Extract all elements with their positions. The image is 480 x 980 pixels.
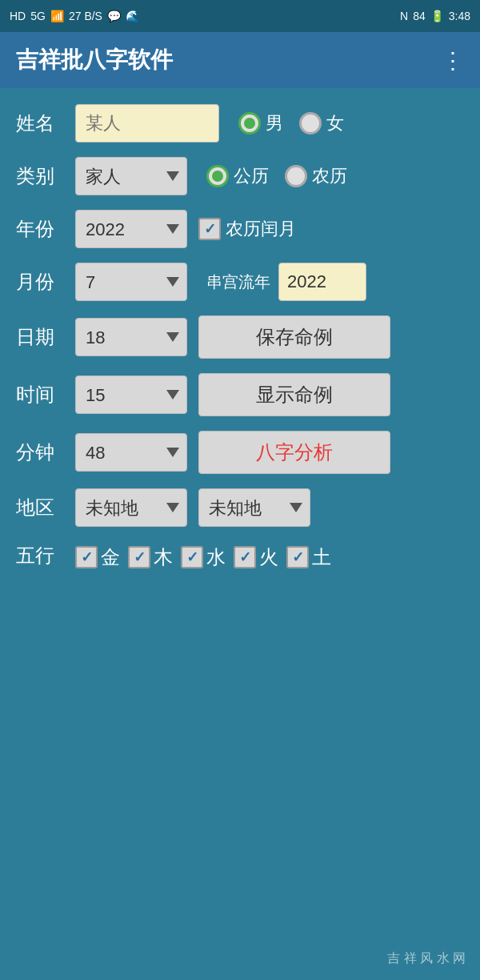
show-button[interactable]: 显示命例 [198,373,390,416]
category-row: 类别 家人 公历 农历 [16,157,464,195]
calendar-public-option[interactable]: 公历 [206,164,269,188]
wuxing-label: 五行 [16,543,64,568]
minute-select-wrapper: 48 [75,433,187,472]
serial-year-input[interactable] [278,263,366,301]
gender-male-dot [244,118,255,129]
wuxing-shui-check-icon: ✓ [186,548,198,566]
category-label: 类别 [16,163,64,189]
serial-year-label: 串宫流年 [206,271,270,293]
region1-select-wrapper: 未知地 [75,488,187,527]
calendar-public-radio[interactable] [206,165,229,187]
region2-select-wrapper: 未知地 [198,488,310,527]
calendar-public-label: 公历 [234,164,269,188]
status-right: N 84 🔋 3:48 [400,10,470,22]
menu-button[interactable]: ⋮ [442,47,464,74]
wuxing-jin-label: 金 [101,544,120,570]
calendar-group: 公历 农历 [206,164,347,188]
region1-select[interactable]: 未知地 [75,488,187,527]
year-select[interactable]: 2022 [75,210,187,248]
wuxing-tu-check-icon: ✓ [292,548,304,566]
battery-level: 84 [413,10,426,22]
gender-male-option[interactable]: 男 [238,111,283,135]
year-select-wrapper: 2022 [75,210,187,248]
region-label: 地区 [16,495,64,520]
gender-female-option[interactable]: 女 [299,111,344,135]
app-icon: 🌊 [126,10,139,22]
wuxing-mu[interactable]: ✓ 木 [128,544,173,570]
category-select[interactable]: 家人 [75,157,187,195]
date-label: 日期 [16,324,64,350]
watermark: 吉 祥 风 水 网 [387,950,466,967]
month-select-wrapper: 7 [75,263,187,301]
minute-row: 分钟 48 八字分析 [16,431,464,474]
lunar-leap-label: 农历闰月 [226,217,296,241]
year-label: 年份 [16,216,64,242]
clock: 3:48 [449,10,470,22]
calendar-public-dot [212,171,223,182]
wuxing-tu-checkbox[interactable]: ✓ [286,546,309,568]
main-content: 姓名 男 女 类别 家人 [0,88,480,600]
gender-male-radio[interactable] [238,112,261,135]
region2-select[interactable]: 未知地 [198,488,310,527]
save-button[interactable]: 保存命例 [198,315,390,359]
time-select[interactable]: 15 [75,376,187,414]
month-row: 月份 7 串宫流年 [16,263,464,301]
date-row: 日期 18 保存命例 [16,315,464,359]
wuxing-huo-checkbox[interactable]: ✓ [234,546,256,568]
battery-icon: 🔋 [430,10,444,22]
minute-select[interactable]: 48 [75,433,187,472]
wuxing-mu-checkbox[interactable]: ✓ [128,546,150,568]
wuxing-tu[interactable]: ✓ 土 [286,544,331,570]
wifi-icon: 📶 [50,10,64,22]
status-left: HD 5G 📶 27 B/S 💬 🌊 [10,10,139,22]
minute-label: 分钟 [16,440,64,465]
wuxing-jin[interactable]: ✓ 金 [75,544,120,570]
wechat-icon: 💬 [107,10,121,22]
gender-group: 男 女 [238,111,344,135]
status-hd: HD [10,10,26,22]
nfc-icon: N [400,10,408,22]
date-select-wrapper: 18 [75,318,187,356]
app-bar: 吉祥批八字软件 ⋮ [0,32,480,88]
name-input[interactable] [75,104,219,143]
category-select-wrapper: 家人 [75,157,187,195]
wuxing-mu-label: 木 [154,544,173,570]
lunar-leap-item[interactable]: ✓ 农历闰月 [198,217,296,241]
gender-female-label: 女 [326,111,344,135]
analyze-button[interactable]: 八字分析 [198,431,390,474]
wuxing-row: 五行 ✓ 金 ✓ 木 ✓ 水 ✓ [16,541,464,570]
signal-speed: 27 B/S [69,10,102,22]
wuxing-mu-check-icon: ✓ [134,548,146,566]
wuxing-shui-checkbox[interactable]: ✓ [181,546,203,568]
gender-female-radio[interactable] [299,112,322,135]
wuxing-shui-label: 水 [206,544,226,570]
wuxing-huo-check-icon: ✓ [239,548,251,566]
signal-5g-icon: 5G [30,10,46,22]
lunar-leap-check-icon: ✓ [204,220,216,238]
wuxing-huo-label: 火 [259,544,278,570]
month-select[interactable]: 7 [75,263,187,301]
calendar-lunar-option[interactable]: 农历 [285,164,347,188]
calendar-lunar-label: 农历 [312,164,347,188]
name-row: 姓名 男 女 [16,104,464,143]
wuxing-jin-checkbox[interactable]: ✓ [75,546,98,568]
time-row: 时间 15 显示命例 [16,373,464,416]
lunar-leap-checkbox[interactable]: ✓ [198,218,221,240]
wuxing-items: ✓ 金 ✓ 木 ✓ 水 ✓ 火 [75,544,331,570]
time-select-wrapper: 15 [75,376,187,414]
wuxing-jin-check-icon: ✓ [81,548,93,566]
name-label: 姓名 [16,110,64,136]
wuxing-huo[interactable]: ✓ 火 [234,544,278,570]
wuxing-shui[interactable]: ✓ 水 [181,544,226,570]
month-label: 月份 [16,269,64,295]
time-label: 时间 [16,382,64,408]
calendar-lunar-radio[interactable] [285,165,307,187]
region-row: 地区 未知地 未知地 [16,488,464,527]
date-select[interactable]: 18 [75,318,187,356]
gender-male-label: 男 [266,111,283,135]
status-bar: HD 5G 📶 27 B/S 💬 🌊 N 84 🔋 3:48 [0,0,480,32]
app-title: 吉祥批八字软件 [16,45,173,75]
wuxing-tu-label: 土 [312,544,331,570]
year-row: 年份 2022 ✓ 农历闰月 [16,210,464,248]
